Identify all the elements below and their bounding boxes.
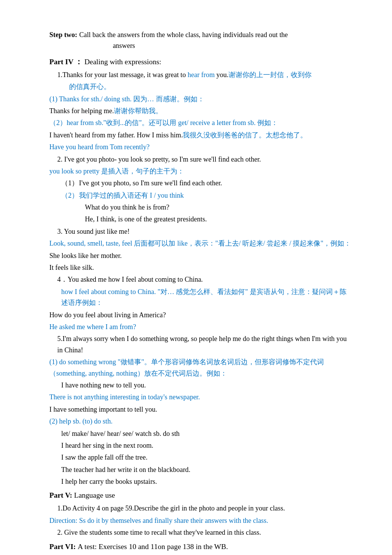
part6-label: Part VI: [49, 543, 76, 551]
part5-heading: Part V: Language use [49, 489, 353, 501]
step-two-label: Step two: [49, 30, 77, 52]
item1-hear-from: hear from [188, 71, 215, 79]
item3: 3. You sound just like me! [57, 226, 353, 237]
item2-sub2-num: （2） [61, 190, 79, 201]
item2-sub2-text: 我们学过的插入语还有 I / you think [79, 190, 353, 201]
item1-you: you. [215, 71, 229, 79]
part4-heading: Part IV ： Dealing with expressions: [49, 56, 353, 68]
part5-direction: Direction: Ss do it by themselves and fi… [49, 515, 353, 526]
item2-comment: you look so pretty 是插入语，句子的主干为： [49, 166, 353, 177]
part5-item2: 2. Give the students some time to recall… [57, 527, 353, 538]
item5-sub2-desc: let/ make/ have/ hear/ see/ watch sb. do… [61, 428, 353, 439]
part4-label: Part IV [49, 58, 73, 66]
item3-ex2: It feels like silk. [49, 262, 353, 273]
item2: 2. I've got you photo- you look so prett… [57, 154, 353, 165]
part5-desc: Language use [74, 491, 115, 499]
item3-ex1: She looks like her mother. [49, 251, 353, 261]
item2-sub1-text: I've got you photo, so I'm sure we'll fi… [79, 178, 353, 189]
part6-desc: A test: Exercises 10 and 11on page 138 i… [78, 543, 228, 551]
item5-sub2-heading: (2) help sb. (to) do sth. [49, 416, 353, 427]
item1-chinese2: 的信真开心。 [69, 82, 353, 92]
item5-sub1-heading: (1) do something wrong "做错事"。单个形容词修饰名词放名… [49, 357, 353, 379]
item4-ex1: How do you feel about living in America? [49, 310, 353, 321]
step-two-text: Call back the answers from the whole cla… [79, 30, 288, 52]
sub1-heading: (1) Thanks for sth./ doing sth. 因为… 而感谢。… [49, 94, 353, 105]
item4: 4．You asked me how I feel about coming t… [57, 274, 353, 285]
item5: 5.I'm always sorry when I do something w… [57, 334, 353, 356]
item4-comment: how I feel about coming to China. "对… 感觉… [61, 287, 353, 309]
part5-item1: 1.Do Activity 4 on page 59.Describe the … [57, 503, 353, 514]
item3-comment: Look, sound, smell, taste, feel 后面都可以加 l… [49, 238, 353, 249]
part6-heading: Part VI: A test: Exercises 10 and 11on p… [49, 541, 353, 553]
part4-colon: ： [75, 58, 82, 66]
item4-ex2: He asked me where I am from? [49, 322, 353, 333]
part5-label: Part V: [49, 491, 72, 499]
sub2-ex1: I haven't heard from my father. How I mi… [49, 130, 353, 141]
item5-sub2-ex4: I help her carry the books upstairs. [61, 476, 353, 487]
item1: 1.Thanks for your last message, it was g… [57, 70, 353, 81]
part4-desc: Dealing with expressions: [84, 58, 161, 66]
item5-sub2-ex1: I heard her sing in the next room. [61, 440, 353, 451]
item2-ex1: What do you think he is from? [85, 202, 353, 213]
item2-sub1: （1） I've got you photo, so I'm sure we'l… [61, 178, 353, 189]
item2-ex2: He, I think, is one of the greatest pres… [85, 214, 353, 225]
item5-ex2: There is not anything interesting in tod… [49, 392, 353, 403]
item5-sub2-ex3: The teacher had her write it on the blac… [61, 465, 353, 475]
sub2-heading: （2）hear from sb."收到...的信"。还可以用 get/ rece… [49, 118, 353, 128]
sub1-example: Thanks for helping me.谢谢你帮助我。 [49, 106, 353, 117]
item2-sub2: （2） 我们学过的插入语还有 I / you think [61, 190, 353, 201]
item5-sub2-ex2: I saw the apple fall off the tree. [61, 452, 353, 463]
item2-sub1-num: （1） [61, 178, 79, 189]
sub2-ex2: Have you heard from Tom recently? [49, 142, 353, 153]
item1-chinese: 谢谢你的上一封信，收到你 [229, 71, 312, 79]
item5-ex1: I have nothing new to tell you. [61, 380, 353, 391]
step-two-block: Step two: Call back the answers from the… [49, 30, 353, 52]
item5-ex3: I have something important to tell you. [49, 404, 353, 415]
item1-num: 1.Thanks for your last message, it was g… [57, 71, 188, 79]
